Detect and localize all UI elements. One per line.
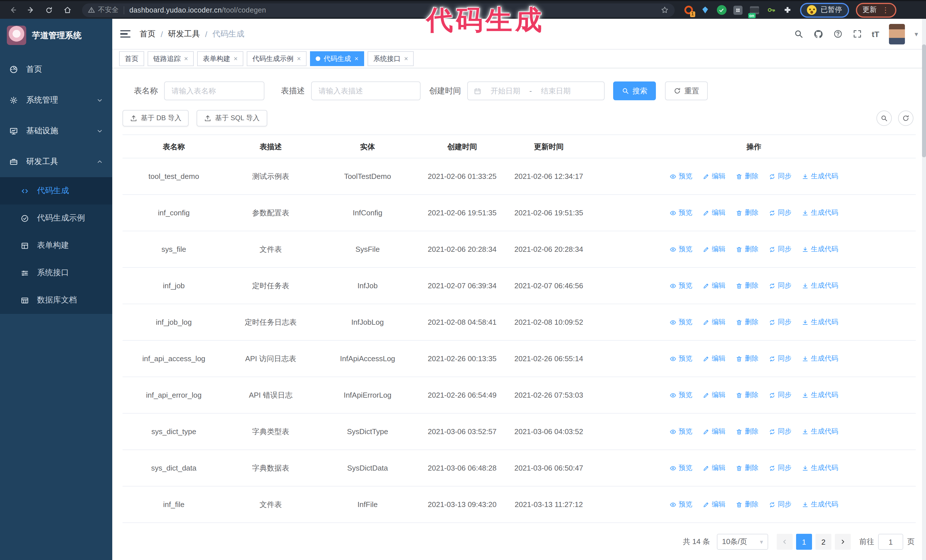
- search-icon[interactable]: [794, 29, 803, 39]
- edit-link[interactable]: 编辑: [703, 244, 725, 255]
- sync-link[interactable]: 同步: [769, 426, 791, 437]
- extensions-puzzle-icon[interactable]: [782, 4, 793, 16]
- delete-link[interactable]: 删除: [736, 463, 758, 473]
- delete-link[interactable]: 删除: [736, 171, 758, 182]
- edit-link[interactable]: 编辑: [703, 389, 725, 400]
- delete-link[interactable]: 删除: [736, 426, 758, 437]
- import-db-button[interactable]: 基于 DB 导入: [123, 110, 189, 127]
- delete-link[interactable]: 删除: [736, 499, 758, 510]
- delete-link[interactable]: 删除: [736, 244, 758, 255]
- generate-code-link[interactable]: 生成代码: [802, 389, 838, 400]
- ext-key-icon[interactable]: [765, 4, 777, 16]
- sidebar-item-codegen[interactable]: 代码生成: [0, 177, 112, 205]
- generate-code-link[interactable]: 生成代码: [802, 426, 838, 437]
- browser-menu-icon[interactable]: ⋮: [882, 6, 889, 14]
- sidebar-item-devtools[interactable]: 研发工具: [0, 146, 112, 177]
- close-icon[interactable]: ×: [354, 55, 359, 63]
- generate-code-link[interactable]: 生成代码: [802, 353, 838, 364]
- breadcrumb-devtools[interactable]: 研发工具: [168, 29, 200, 39]
- generate-code-link[interactable]: 生成代码: [802, 280, 838, 291]
- browser-forward-icon[interactable]: [24, 3, 38, 17]
- preview-link[interactable]: 预览: [670, 280, 692, 291]
- sync-link[interactable]: 同步: [769, 499, 791, 510]
- preview-link[interactable]: 预览: [670, 244, 692, 255]
- hamburger-icon[interactable]: [120, 30, 130, 38]
- tab-home[interactable]: 首页: [119, 51, 144, 66]
- sync-link[interactable]: 同步: [769, 317, 791, 328]
- edit-link[interactable]: 编辑: [703, 499, 725, 510]
- avatar[interactable]: [889, 24, 905, 44]
- import-sql-button[interactable]: 基于 SQL 导入: [197, 110, 267, 127]
- browser-reload-icon[interactable]: [42, 3, 56, 17]
- sync-link[interactable]: 同步: [769, 244, 791, 255]
- generate-code-link[interactable]: 生成代码: [802, 463, 838, 473]
- edit-link[interactable]: 编辑: [703, 426, 725, 437]
- ext-check-icon[interactable]: [716, 4, 727, 16]
- goto-page-input[interactable]: [878, 534, 903, 550]
- refresh-table-button[interactable]: [898, 110, 914, 126]
- sync-link[interactable]: 同步: [769, 463, 791, 473]
- tab-codegen[interactable]: 代码生成×: [310, 51, 364, 66]
- preview-link[interactable]: 预览: [670, 499, 692, 510]
- sidebar-item-infra[interactable]: 基础设施: [0, 116, 112, 146]
- sync-link[interactable]: 同步: [769, 389, 791, 400]
- edit-link[interactable]: 编辑: [703, 463, 725, 473]
- close-icon[interactable]: ×: [234, 55, 238, 63]
- date-range-picker[interactable]: -: [467, 82, 605, 100]
- sync-link[interactable]: 同步: [769, 353, 791, 364]
- browser-home-icon[interactable]: [61, 3, 74, 17]
- generate-code-link[interactable]: 生成代码: [802, 171, 838, 182]
- preview-link[interactable]: 预览: [670, 426, 692, 437]
- edit-link[interactable]: 编辑: [703, 280, 725, 291]
- sync-link[interactable]: 同步: [769, 171, 791, 182]
- tab-codegen-example[interactable]: 代码生成示例×: [247, 51, 307, 66]
- font-size-icon[interactable]: tT: [872, 29, 879, 38]
- ext-grid-icon[interactable]: [732, 4, 744, 16]
- toggle-search-button[interactable]: [876, 110, 892, 126]
- ext-list-on-icon[interactable]: on: [749, 4, 760, 16]
- preview-link[interactable]: 预览: [670, 171, 692, 182]
- sidebar-item-home[interactable]: 首页: [0, 54, 112, 85]
- reset-button[interactable]: 重置: [665, 82, 708, 100]
- breadcrumb-home[interactable]: 首页: [139, 29, 156, 39]
- scrollbar-track[interactable]: [922, 19, 926, 560]
- sidebar-item-form-builder[interactable]: 表单构建: [0, 232, 112, 259]
- edit-link[interactable]: 编辑: [703, 317, 725, 328]
- search-button[interactable]: 搜索: [613, 82, 656, 100]
- browser-update-button[interactable]: 更新 ⋮: [856, 3, 896, 17]
- generate-code-link[interactable]: 生成代码: [802, 499, 838, 510]
- preview-link[interactable]: 预览: [670, 207, 692, 218]
- delete-link[interactable]: 删除: [736, 353, 758, 364]
- delete-link[interactable]: 删除: [736, 207, 758, 218]
- github-icon[interactable]: [813, 29, 823, 39]
- close-icon[interactable]: ×: [297, 55, 301, 63]
- preview-link[interactable]: 预览: [670, 389, 692, 400]
- preview-link[interactable]: 预览: [670, 353, 692, 364]
- tab-system-api[interactable]: 系统接口×: [368, 51, 414, 66]
- generate-code-link[interactable]: 生成代码: [802, 244, 838, 255]
- profile-paused-button[interactable]: 已暂停: [800, 3, 849, 17]
- table-name-input[interactable]: [164, 82, 265, 100]
- app-logo-row[interactable]: 芋道管理系统: [0, 19, 112, 52]
- sidebar-item-system[interactable]: 系统管理: [0, 85, 112, 116]
- tab-form-builder[interactable]: 表单构建×: [197, 51, 243, 66]
- sidebar-item-codegen-example[interactable]: 代码生成示例: [0, 205, 112, 232]
- prev-page-button[interactable]: [777, 534, 793, 550]
- close-icon[interactable]: ×: [184, 55, 188, 63]
- ext-gem-icon[interactable]: [699, 4, 711, 16]
- security-warning[interactable]: 不安全: [88, 5, 118, 15]
- edit-link[interactable]: 编辑: [703, 207, 725, 218]
- help-icon[interactable]: [833, 29, 843, 39]
- delete-link[interactable]: 删除: [736, 317, 758, 328]
- sync-link[interactable]: 同步: [769, 207, 791, 218]
- preview-link[interactable]: 预览: [670, 463, 692, 473]
- edit-link[interactable]: 编辑: [703, 353, 725, 364]
- next-page-button[interactable]: [835, 534, 851, 550]
- generate-code-link[interactable]: 生成代码: [802, 317, 838, 328]
- address-bar[interactable]: 不安全 dashboard.yudao.iocoder.cn/tool/code…: [82, 3, 675, 17]
- generate-code-link[interactable]: 生成代码: [802, 207, 838, 218]
- edit-link[interactable]: 编辑: [703, 171, 725, 182]
- sidebar-item-system-api[interactable]: 系统接口: [0, 259, 112, 287]
- close-icon[interactable]: ×: [404, 55, 408, 63]
- browser-back-icon[interactable]: [6, 3, 20, 17]
